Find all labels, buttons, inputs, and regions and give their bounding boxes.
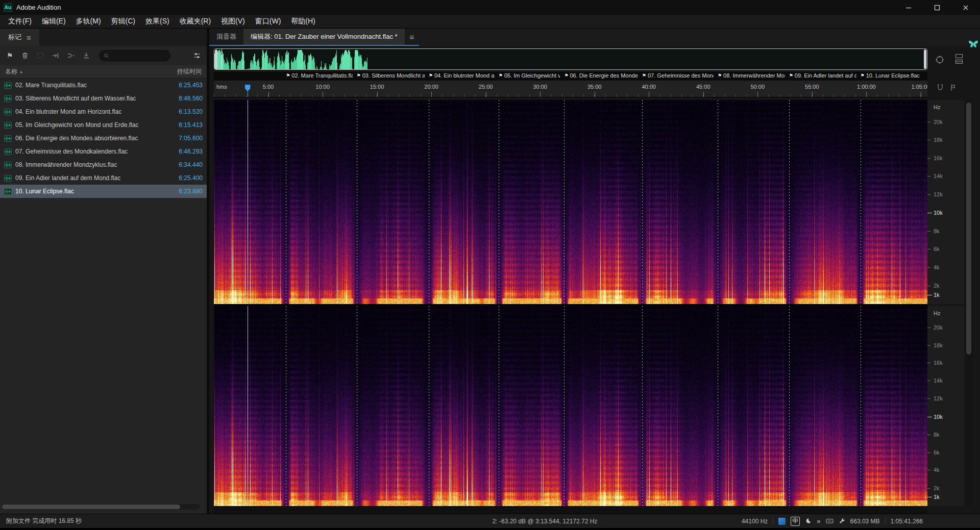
clip-label[interactable]: ⚑09. Ein Adler landet auf dem Mond.flac (789, 72, 856, 79)
vertical-scrollbar[interactable] (965, 100, 972, 506)
ime-indicator[interactable]: 中 (791, 517, 800, 526)
freq-tick (927, 435, 930, 435)
timeline-tick-label: 25:00 (479, 84, 493, 90)
insert-into-multitrack-button[interactable] (49, 49, 62, 62)
markers-tab[interactable]: 标记 ≡ (0, 29, 39, 46)
menu-item[interactable]: 收藏夹(R) (175, 15, 216, 28)
scrollbar-thumb[interactable] (966, 103, 971, 355)
add-marker-button[interactable]: ⚑ (3, 49, 16, 62)
spectrogram-right-channel[interactable] (214, 306, 927, 506)
clip-label[interactable]: ⚑10. Lunar Eclipse.flac (861, 72, 920, 79)
file-duration: 6:13.520 (179, 108, 203, 115)
merge-markers-button[interactable] (64, 49, 78, 62)
range-marker-button[interactable] (34, 49, 47, 62)
file-row[interactable]: 05. Im Gleichgewicht von Mond und Erde.f… (0, 118, 207, 132)
menu-item[interactable]: 剪辑(C) (106, 15, 140, 28)
navigate-reticle-icon[interactable] (935, 55, 944, 64)
wrench-icon[interactable] (839, 518, 845, 524)
maximize-button[interactable] (923, 0, 951, 15)
file-row[interactable]: 02. Mare Tranquilitatis.flac6:25.453 (0, 79, 207, 92)
freq-tick (927, 158, 930, 159)
chevrons-icon[interactable]: » (817, 517, 820, 525)
file-duration: 6:25.400 (179, 174, 203, 182)
file-row[interactable]: 07. Geheimnisse des Mondkalenders.flac6:… (0, 145, 207, 158)
timeline-tick-label: 40:00 (642, 84, 656, 90)
file-row[interactable]: 06. Die Energie des Mondes absorbieren.f… (0, 132, 207, 145)
list-options-button[interactable] (190, 49, 204, 62)
clip-label[interactable]: ⚑05. Im Gleichgewicht von Mond und Erde.… (499, 72, 560, 79)
sort-asc-icon: ▲ (19, 70, 23, 73)
timeline-tick-label: 35:00 (587, 84, 602, 90)
file-row[interactable]: 08. Immerwährender Mondzyklus.flac6:34.4… (0, 158, 207, 171)
file-row[interactable]: 10. Lunar Eclipse.flac6:23.880 (0, 185, 207, 198)
timeline-tick-label: 1:00:00 (857, 84, 876, 90)
freq-tick (927, 267, 930, 268)
menu-item[interactable]: 窗口(W) (250, 15, 286, 28)
delete-marker-button[interactable] (18, 49, 32, 62)
close-button[interactable] (951, 0, 980, 15)
taskbar-app-icon[interactable] (778, 518, 786, 525)
freq-label: 16k (934, 360, 943, 366)
spectrogram-left-channel[interactable] (214, 100, 927, 304)
menu-item[interactable]: 帮助(H) (286, 15, 320, 28)
timeline-tick (268, 92, 269, 97)
sample-rate-label: 44100 Hz (742, 518, 768, 525)
overview-strip[interactable] (214, 48, 927, 70)
freq-label: 1k (934, 292, 940, 298)
menu-item[interactable]: 编辑(E) (37, 15, 71, 28)
menu-item[interactable]: 文件(F) (3, 15, 37, 28)
clip-label[interactable]: ⚑06. Die Energie des Mondes absorbieren.… (564, 72, 638, 79)
file-row[interactable]: 03. Silberens Mondlicht auf dem Wasser.f… (0, 92, 207, 105)
overview-right-handle[interactable] (924, 49, 926, 69)
overview-waveform[interactable] (214, 49, 368, 70)
freq-tick (927, 176, 930, 176)
clip-label[interactable]: ⚑03. Silberens Mondlicht auf dem Wasser.… (357, 72, 425, 79)
freq-tick (927, 286, 930, 286)
menu-item[interactable]: 效果(S) (140, 15, 175, 28)
workspace-butterfly-icon[interactable] (968, 38, 979, 49)
timeline-tick (431, 92, 432, 97)
menu-item[interactable]: 多轨(M) (71, 15, 106, 28)
marker-search-input[interactable] (112, 52, 166, 59)
minimize-button[interactable] (894, 0, 923, 15)
file-row[interactable]: 04. Ein blutroter Mond am Horizont.flac6… (0, 105, 207, 118)
keyboard-icon[interactable] (826, 518, 834, 524)
file-row[interactable]: 09. Ein Adler landet auf dem Mond.flac6:… (0, 171, 207, 185)
file-list-header[interactable]: 名称 ▲ 持续时间 (0, 65, 207, 79)
file-duration: 6:23.880 (179, 188, 203, 195)
tab-mixer[interactable]: 混音器 (209, 29, 243, 45)
clip-label[interactable]: ⚑08. Immerwährender Mondzyklus.flac (718, 72, 785, 79)
panel-layout-icons[interactable] (955, 54, 963, 64)
memory-label: 663.03 MB (850, 518, 880, 525)
clip-label[interactable]: ⚑07. Geheimnisse des Mondkalenders.flac (642, 72, 714, 79)
freq-tick (927, 497, 932, 497)
timeline-tick-label: 1:05:00 (911, 84, 927, 90)
column-name[interactable]: 名称 (5, 67, 17, 76)
cursor-info: 2: -63.20 dB @ 3:13.544, 12172.72 Hz (493, 518, 598, 525)
clip-label[interactable]: ⚑02. Mare Tranquilitatis.flac (286, 72, 352, 79)
tab-editor[interactable]: 编辑器: 01. Der Zauber einer Vollmondnacht.… (243, 29, 405, 45)
panel-menu-icon[interactable]: ≡ (27, 33, 31, 42)
timeline-ruler[interactable]: hms 5:0010:0015:0020:0025:0030:0035:0040… (214, 81, 927, 97)
menu-item[interactable]: 视图(V) (216, 15, 250, 28)
export-markers-button[interactable] (80, 49, 93, 62)
freq-label: 20k (934, 119, 943, 125)
moon-icon[interactable] (805, 518, 812, 524)
freq-tick (927, 470, 930, 470)
divider (885, 518, 886, 525)
file-name: 03. Silberens Mondlicht auf dem Wasser.f… (15, 95, 136, 102)
timeline-tick-label: 45:00 (696, 84, 710, 90)
scrollbar-thumb[interactable] (2, 504, 180, 509)
snap-icon[interactable] (936, 84, 944, 92)
title-bar: Au Adobe Audition (0, 0, 980, 15)
overview-left-handle[interactable] (215, 49, 217, 69)
markers-horizontal-scrollbar[interactable] (2, 504, 200, 510)
freq-tick (927, 398, 930, 399)
editor-panel-menu-icon[interactable]: ≡ (405, 29, 420, 45)
marker-nav-icon[interactable] (949, 84, 958, 92)
clip-label[interactable]: ⚑04. Ein blutroter Mond am Horizont.flac (429, 72, 495, 79)
freq-tick (927, 381, 930, 381)
workspace: 标记 ≡ ⚑ (0, 29, 980, 514)
column-duration[interactable]: 持续时间 (177, 67, 202, 76)
timeline-tick-label: 20:00 (424, 84, 438, 90)
